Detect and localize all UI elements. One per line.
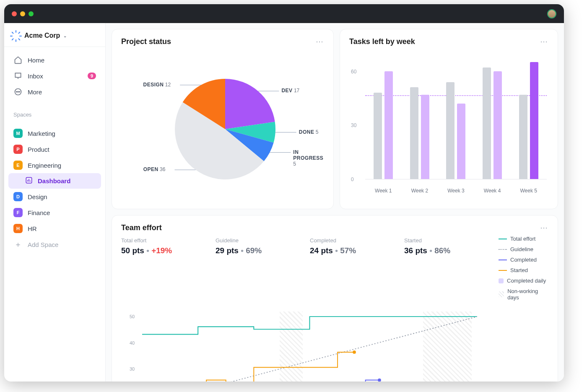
metric-guideline-value: 29 pts — [216, 246, 239, 255]
bar-ytick: 0 — [351, 177, 354, 182]
space-badge: P — [13, 145, 23, 154]
space-label: HR — [28, 225, 37, 232]
metric-completed-label: Completed — [310, 237, 404, 244]
bar — [457, 104, 465, 179]
nav-more-label: More — [28, 88, 42, 96]
add-space-button[interactable]: ＋Add Space — [8, 236, 101, 252]
nav-inbox[interactable]: Inbox 9 — [8, 68, 101, 84]
pie-label-open: OPEN 36 — [143, 166, 166, 172]
space-item-engineering[interactable]: EEngineering — [8, 157, 101, 173]
legend-completed: Completed — [510, 257, 537, 263]
bar — [530, 62, 538, 179]
team-effort-more-button[interactable]: ⋯ — [540, 223, 548, 232]
metric-guideline-label: Guideline — [216, 237, 310, 244]
space-item-design[interactable]: DDesign — [8, 189, 101, 205]
legend-daily: Completed daily — [507, 278, 546, 284]
line-ytick: 30 — [130, 366, 135, 371]
bar — [421, 95, 429, 179]
pie-label-in-progress: IN PROGRESS 5 — [293, 149, 324, 167]
space-label: Engineering — [28, 162, 61, 169]
close-window-dot[interactable] — [12, 11, 17, 16]
metric-total-delta: +19% — [151, 246, 172, 255]
metric-total-value: 50 pts — [121, 246, 144, 255]
nav-home[interactable]: Home — [8, 52, 101, 68]
space-label: Product — [28, 146, 49, 153]
more-icon — [13, 87, 23, 96]
home-icon — [13, 55, 23, 65]
space-child-dashboard[interactable]: Dashboard — [8, 173, 101, 189]
metric-guideline: Guideline 29 pts • 69% — [216, 236, 310, 305]
dashboard-content: Project status ⋯ DEV 17DONE 5IN PROGRESS… — [106, 23, 564, 382]
project-status-chart: DEV 17DONE 5IN PROGRESS 5OPEN 36DESIGN 1… — [121, 49, 324, 196]
bar — [374, 93, 382, 179]
nav-inbox-label: Inbox — [28, 73, 43, 80]
bar — [493, 71, 502, 179]
workspace-switcher[interactable]: Acme Corp ⌄ — [4, 28, 105, 47]
inbox-badge: 9 — [88, 73, 96, 79]
team-effort-legend: Total effort Guideline Completed Started… — [499, 236, 548, 305]
bar-group — [410, 87, 429, 179]
avatar[interactable] — [547, 9, 556, 18]
space-badge: H — [13, 224, 23, 233]
pie-label-design: DESIGN 12 — [143, 82, 171, 88]
legend-nonworking: Non-working days — [507, 288, 548, 301]
metric-started: Started 36 pts • 86% — [404, 236, 499, 305]
space-badge: E — [13, 161, 23, 170]
bar — [519, 95, 527, 179]
team-effort-chart: 20304050 — [121, 312, 548, 382]
workspace-logo-icon — [13, 31, 21, 40]
svg-point-5 — [378, 379, 381, 382]
space-badge: F — [13, 208, 23, 217]
bar-ytick: 30 — [351, 122, 356, 128]
bar-group — [483, 67, 502, 179]
space-label: Design — [28, 193, 47, 200]
bar-group — [374, 71, 393, 179]
legend-total: Total effort — [510, 236, 535, 242]
chevron-down-icon: ⌄ — [63, 34, 67, 38]
svg-point-1 — [16, 91, 17, 92]
project-status-more-button[interactable]: ⋯ — [316, 37, 324, 46]
bar-xlabel: Week 5 — [520, 188, 537, 194]
dashboard-icon — [25, 177, 33, 185]
bar — [410, 87, 418, 179]
legend-started: Started — [510, 267, 528, 273]
metric-started-pct: 86% — [434, 246, 450, 255]
space-item-marketing[interactable]: MMarketing — [8, 125, 101, 141]
svg-point-2 — [18, 91, 18, 92]
spaces-list: MMarketingPProductEEngineeringDashboardD… — [4, 120, 105, 257]
space-label: Marketing — [28, 130, 55, 137]
metric-started-value: 36 pts — [404, 246, 427, 255]
bar-xlabel: Week 1 — [375, 188, 392, 194]
tasks-left-chart: 03060Week 1Week 2Week 3Week 4Week 5 — [349, 49, 548, 196]
space-item-product[interactable]: PProduct — [8, 141, 101, 157]
tasks-left-more-button[interactable]: ⋯ — [540, 37, 548, 46]
tasks-left-title: Tasks left by week — [349, 37, 415, 46]
line-ytick: 40 — [130, 340, 135, 345]
metric-completed-value: 24 pts — [310, 246, 333, 255]
bar-xlabel: Week 2 — [411, 188, 428, 194]
traffic-lights — [12, 11, 34, 16]
svg-point-3 — [19, 91, 20, 92]
nav-home-label: Home — [28, 57, 44, 64]
app-window: Acme Corp ⌄ Home Inbox 9 — [4, 4, 564, 382]
project-status-title: Project status — [121, 37, 171, 46]
inbox-icon — [13, 71, 23, 80]
space-item-hr[interactable]: HHR — [8, 221, 101, 236]
titlebar — [4, 4, 564, 23]
space-item-finance[interactable]: FFinance — [8, 205, 101, 221]
metric-started-label: Started — [404, 237, 499, 244]
metric-guideline-pct: 69% — [246, 246, 262, 255]
metric-completed-pct: 57% — [340, 246, 356, 255]
metric-total: Total effort 50 pts • +19% — [121, 236, 216, 305]
add-space-label: Add Space — [28, 241, 58, 248]
legend-guideline: Guideline — [510, 246, 533, 252]
nav-more[interactable]: More — [8, 84, 101, 100]
metric-completed: Completed 24 pts • 57% — [310, 236, 404, 305]
minimize-window-dot[interactable] — [20, 11, 25, 16]
svg-point-6 — [353, 350, 356, 354]
maximize-window-dot[interactable] — [29, 11, 34, 16]
team-effort-title: Team effort — [121, 223, 162, 232]
space-badge: D — [13, 192, 23, 201]
workspace-name: Acme Corp — [24, 32, 60, 39]
bar-xlabel: Week 4 — [484, 188, 501, 194]
